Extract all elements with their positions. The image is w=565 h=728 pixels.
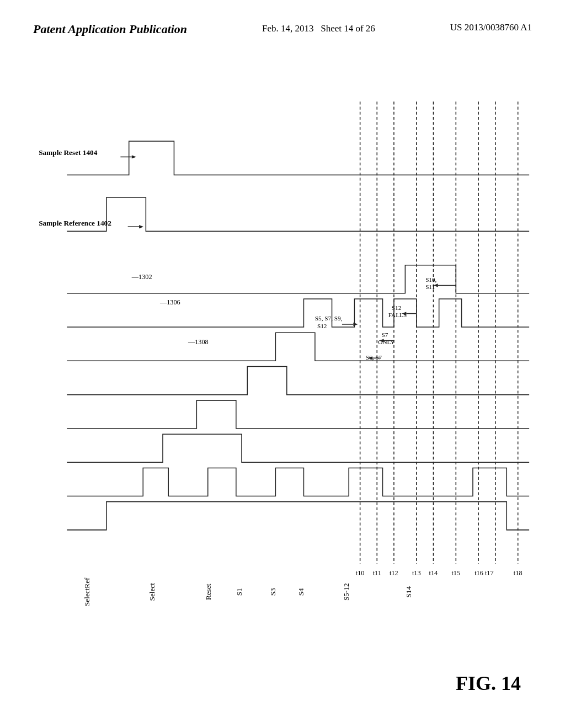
svg-text:S11: S11 xyxy=(425,283,435,290)
svg-text:SelectRef: SelectRef xyxy=(83,577,91,606)
svg-text:t16 t17: t16 t17 xyxy=(475,569,493,577)
svg-text:t18: t18 xyxy=(514,569,523,577)
svg-text:S6, S7: S6, S7 xyxy=(366,354,382,361)
svg-text:t15: t15 xyxy=(451,569,460,577)
svg-text:S1: S1 xyxy=(235,588,243,596)
svg-text:ONLY: ONLY xyxy=(378,339,395,345)
page-header: Patent Application Publication Feb. 14, … xyxy=(0,0,565,36)
pub-date: Feb. 14, 2013 xyxy=(262,23,314,34)
publication-number: US 2013/0038760 A1 xyxy=(450,22,532,33)
svg-text:FALLS: FALLS xyxy=(388,312,407,318)
svg-text:—1306: —1306 xyxy=(159,298,180,306)
svg-text:Sample Reference 1402: Sample Reference 1402 xyxy=(39,219,111,227)
svg-text:t14: t14 xyxy=(429,569,438,577)
svg-text:S4: S4 xyxy=(297,588,305,596)
svg-marker-30 xyxy=(139,225,143,228)
svg-text:—1308: —1308 xyxy=(188,338,209,346)
svg-text:Sample Reset 1404: Sample Reset 1404 xyxy=(39,148,97,157)
figure-label: FIG. 14 xyxy=(456,672,521,695)
publication-title: Patent Application Publication xyxy=(33,22,187,36)
svg-marker-37 xyxy=(353,323,358,326)
timing-diagram-svg: text { font-family: 'Times New Roman', T… xyxy=(33,88,552,667)
svg-text:S12: S12 xyxy=(392,304,401,311)
svg-text:S3: S3 xyxy=(269,588,277,596)
svg-text:S7: S7 xyxy=(381,331,388,338)
svg-text:—1302: —1302 xyxy=(131,273,152,281)
svg-text:S10,: S10, xyxy=(425,276,436,283)
svg-text:t12: t12 xyxy=(390,569,398,577)
svg-text:S5-12: S5-12 xyxy=(342,583,350,601)
svg-text:t10: t10 xyxy=(356,569,365,577)
svg-text:t13: t13 xyxy=(412,569,421,577)
diagram-area: text { font-family: 'Times New Roman', T… xyxy=(33,88,552,667)
svg-text:S12: S12 xyxy=(317,323,327,329)
svg-text:S5, S7, S9,: S5, S7, S9, xyxy=(315,315,343,322)
publication-date-sheet: Feb. 14, 2013 Sheet 14 of 26 xyxy=(262,22,375,35)
svg-text:S14: S14 xyxy=(404,586,413,598)
svg-text:Select: Select xyxy=(148,583,156,601)
svg-text:Reset: Reset xyxy=(204,584,212,600)
svg-marker-27 xyxy=(132,155,136,158)
pub-sheet: Sheet 14 of 26 xyxy=(321,23,375,34)
svg-text:t11: t11 xyxy=(373,569,381,577)
